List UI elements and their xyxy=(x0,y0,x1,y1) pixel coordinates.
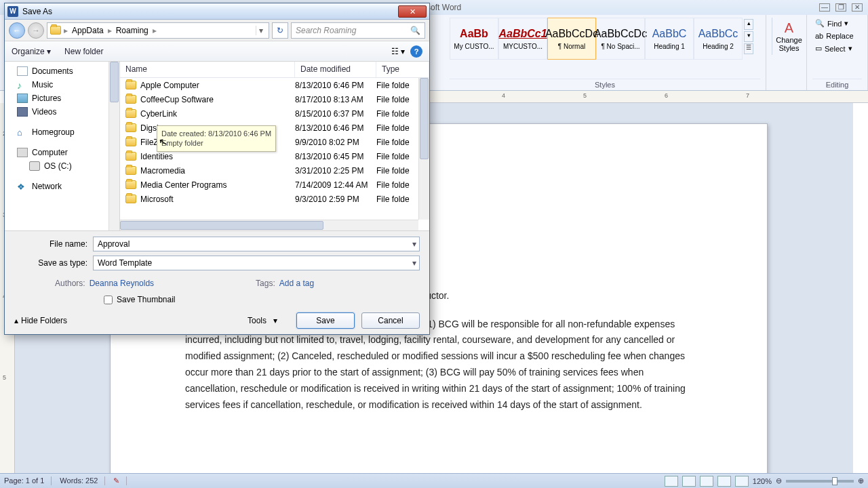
style-item[interactable]: AaBbMy CUSTO... xyxy=(450,18,498,60)
i-comp-icon xyxy=(17,148,28,157)
tree-item[interactable]: Videos xyxy=(5,105,119,119)
saveastype-label: Save as type: xyxy=(14,258,93,268)
tree-item[interactable]: ❖Network xyxy=(5,180,119,193)
folder-tooltip: Date created: 8/13/2010 6:46 PM Empty fo… xyxy=(157,125,276,152)
view-print-layout[interactable] xyxy=(665,476,678,487)
search-box[interactable]: Search Roaming 🔍 xyxy=(291,22,425,39)
tree-item[interactable]: Computer xyxy=(5,146,119,159)
i-vid-icon xyxy=(17,107,28,117)
tree-item[interactable]: Documents xyxy=(5,64,119,78)
tags-label: Tags: xyxy=(256,279,275,288)
tree-item[interactable]: Pictures xyxy=(5,92,119,105)
file-row[interactable]: CyberLink8/15/2010 6:37 PMFile folde xyxy=(120,106,429,121)
restore-button[interactable]: ❐ xyxy=(835,3,846,12)
zoom-level[interactable]: 120% xyxy=(753,477,772,485)
file-row[interactable]: CoffeeCup Software8/17/2010 8:13 AMFile … xyxy=(120,92,429,106)
dialog-titlebar[interactable]: W Save As ✕ xyxy=(5,3,429,20)
col-type[interactable]: Type xyxy=(376,62,429,77)
find-button[interactable]: 🔍Find ▾ xyxy=(812,18,862,29)
styles-gallery[interactable]: AaBbMy CUSTO...AaBbCc1MYCUSTO...AaBbCcDc… xyxy=(450,18,760,60)
tree-item[interactable]: OS (C:) xyxy=(5,159,119,173)
file-row[interactable]: Apple Computer8/13/2010 6:46 PMFile fold… xyxy=(120,78,429,92)
style-item[interactable]: AaBbCc1MYCUSTO... xyxy=(498,18,547,60)
cancel-button[interactable]: Cancel xyxy=(361,312,420,329)
minimize-button[interactable]: ― xyxy=(819,3,830,12)
view-full-screen[interactable] xyxy=(682,476,696,487)
file-row[interactable]: Microsoft9/3/2010 2:59 PMFile folde xyxy=(120,192,429,206)
back-button[interactable]: ← xyxy=(9,22,25,39)
new-folder-button[interactable]: New folder xyxy=(64,47,103,56)
column-headers[interactable]: Name Date modified Type xyxy=(120,62,429,78)
view-draft[interactable] xyxy=(735,476,749,487)
save-thumbnail-label: Save Thumbnail xyxy=(117,295,176,304)
address-bar[interactable]: ▸ AppData ▸ Roaming ▸ ▾ xyxy=(47,22,269,39)
help-button[interactable]: ? xyxy=(410,45,422,58)
change-styles-button[interactable]: A Change Styles xyxy=(772,18,806,55)
organize-button[interactable]: Organize ▾ xyxy=(12,47,51,56)
view-web-layout[interactable] xyxy=(700,476,713,487)
i-home-icon: ⌂ xyxy=(17,127,28,137)
filelist-vscrollbar[interactable] xyxy=(418,78,429,220)
folder-icon xyxy=(125,166,136,175)
proofing-icon[interactable]: ✎ xyxy=(113,476,127,485)
folder-icon xyxy=(125,95,136,104)
status-words[interactable]: Words: 252 xyxy=(60,476,105,485)
status-page[interactable]: Page: 1 of 1 xyxy=(4,476,52,485)
forward-button[interactable]: → xyxy=(28,22,44,39)
replace-icon: ab xyxy=(815,32,823,40)
chevron-up-icon: ▴ xyxy=(14,316,18,325)
refresh-button[interactable]: ↻ xyxy=(272,22,288,39)
breadcrumb-appdata[interactable]: AppData xyxy=(71,26,105,35)
select-icon: ▭ xyxy=(815,44,822,53)
styles-more-button[interactable]: ▴▾☰ xyxy=(743,18,755,56)
style-item[interactable]: AaBbCHeading 1 xyxy=(645,18,694,60)
folder-icon xyxy=(125,152,136,161)
dialog-close-button[interactable]: ✕ xyxy=(398,5,427,18)
col-date[interactable]: Date modified xyxy=(295,62,376,77)
explorer-body: Documents♪MusicPicturesVideos⌂HomegroupC… xyxy=(5,62,429,230)
folder-icon xyxy=(125,109,136,118)
saveastype-select[interactable]: Word Template ▾ xyxy=(93,256,420,270)
address-dropdown[interactable]: ▾ xyxy=(256,26,266,35)
style-item[interactable]: AaBbCcDc¶ No Spaci... xyxy=(596,18,645,60)
save-button[interactable]: Save xyxy=(296,312,355,329)
tree-item[interactable]: ♪Music xyxy=(5,78,119,92)
filename-dropdown-arrow[interactable]: ▾ xyxy=(412,239,416,249)
col-name[interactable]: Name xyxy=(120,62,295,77)
tree-scrollbar[interactable] xyxy=(108,62,119,230)
zoom-in-button[interactable]: ⊕ xyxy=(858,476,864,485)
search-placeholder: Search Roaming xyxy=(296,26,356,35)
tools-dropdown[interactable]: Tools ▾ xyxy=(248,316,277,325)
breadcrumb-roaming[interactable]: Roaming xyxy=(115,26,150,35)
folder-icon xyxy=(125,138,136,146)
explorer-toolbar: Organize ▾ New folder ☷ ▾ ? xyxy=(5,41,429,62)
view-outline[interactable] xyxy=(717,476,731,487)
file-row[interactable]: Macromedia3/31/2010 2:25 PMFile folde xyxy=(120,163,429,178)
filelist-hscrollbar[interactable] xyxy=(120,220,418,230)
file-list[interactable]: Apple Computer8/13/2010 6:46 PMFile fold… xyxy=(120,78,429,230)
word-window-controls: ― ❐ ✕ xyxy=(819,3,863,12)
hide-folders-button[interactable]: ▴ Hide Folders xyxy=(14,316,67,325)
authors-label: Authors: xyxy=(55,279,85,288)
filename-input[interactable]: Approval ▾ xyxy=(93,237,420,251)
tags-value[interactable]: Add a tag xyxy=(279,279,314,288)
view-options-button[interactable]: ☷ ▾ xyxy=(391,47,405,56)
editing-group-label: Editing xyxy=(812,79,862,89)
save-as-dialog: W Save As ✕ ← → ▸ AppData ▸ Roaming ▸ ▾ … xyxy=(4,3,430,335)
zoom-out-button[interactable]: ⊖ xyxy=(776,476,782,485)
save-thumbnail-checkbox[interactable] xyxy=(104,296,113,304)
tree-item[interactable]: ⌂Homegroup xyxy=(5,125,119,139)
style-item[interactable]: AaBbCcDc¶ Normal xyxy=(547,18,596,60)
select-button[interactable]: ▭Select ▾ xyxy=(812,43,862,54)
dialog-title: Save As xyxy=(22,7,52,16)
close-button[interactable]: ✕ xyxy=(852,3,863,12)
style-item[interactable]: AaBbCcHeading 2 xyxy=(694,18,743,60)
nav-tree[interactable]: Documents♪MusicPicturesVideos⌂HomegroupC… xyxy=(5,62,120,230)
nav-bar: ← → ▸ AppData ▸ Roaming ▸ ▾ ↻ Search Roa… xyxy=(5,20,429,41)
authors-value[interactable]: Deanna Reynolds xyxy=(90,279,154,288)
styles-group-label: Styles xyxy=(450,79,760,89)
file-row[interactable]: Media Center Programs7/14/2009 12:44 AMF… xyxy=(120,178,429,192)
saveastype-dropdown-arrow[interactable]: ▾ xyxy=(412,258,416,268)
replace-button[interactable]: abReplace xyxy=(812,30,862,41)
zoom-slider[interactable] xyxy=(786,480,854,483)
